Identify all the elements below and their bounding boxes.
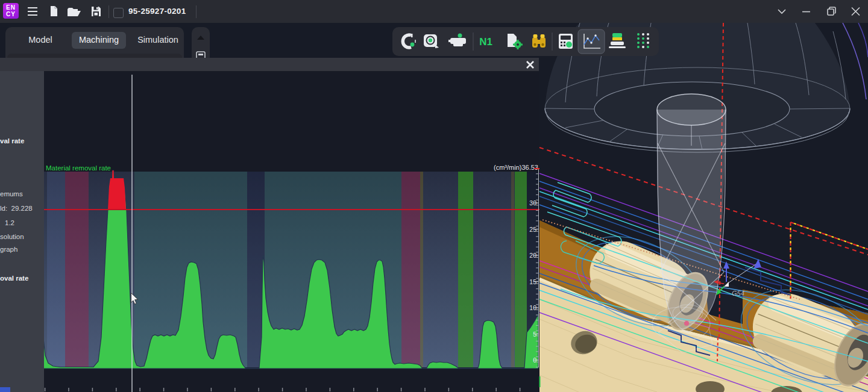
svg-text:G54: G54 — [732, 290, 744, 297]
svg-text:(cm³/min)36.53: (cm³/min)36.53 — [494, 164, 538, 171]
svg-text:Material removal rate: Material removal rate — [46, 164, 111, 172]
svg-text:N1: N1 — [479, 36, 492, 48]
